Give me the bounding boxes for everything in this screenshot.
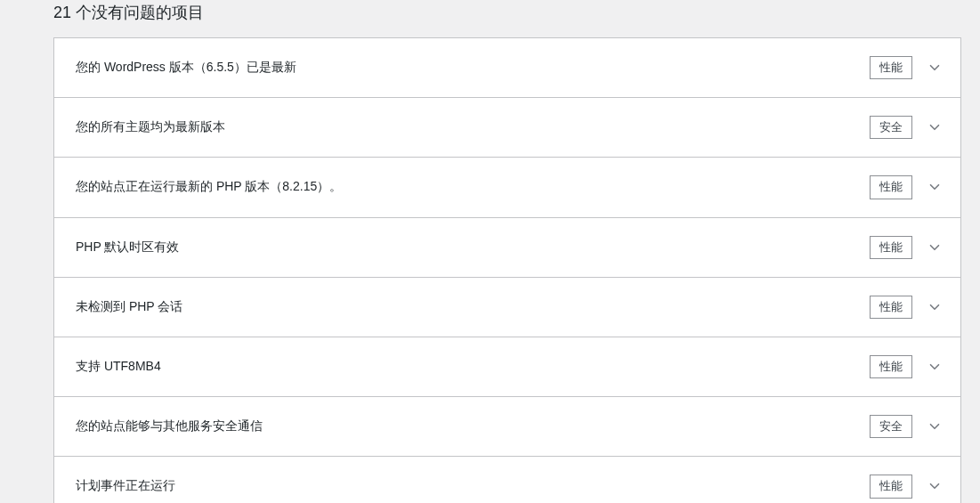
issue-badge-performance: 性能	[870, 175, 912, 199]
chevron-down-icon	[925, 238, 944, 257]
issue-meta: 性能	[870, 355, 944, 378]
chevron-down-icon	[925, 297, 944, 317]
issue-row[interactable]: 您的站点能够与其他服务安全通信安全	[54, 397, 960, 457]
issue-title: PHP 默认时区有效	[76, 239, 179, 256]
issue-meta: 性能	[870, 296, 944, 319]
chevron-down-icon	[925, 476, 944, 496]
issues-list: 您的 WordPress 版本（6.5.5）已是最新性能您的所有主题均为最新版本…	[53, 37, 961, 503]
issue-meta: 性能	[870, 175, 944, 199]
issue-title: 计划事件正在运行	[76, 478, 175, 494]
issue-meta: 性能	[870, 56, 944, 79]
chevron-down-icon	[925, 417, 944, 436]
chevron-down-icon	[925, 118, 944, 137]
issue-badge-performance: 性能	[870, 475, 912, 498]
section-title: 21 个没有问题的项目	[53, 0, 980, 23]
issue-row[interactable]: PHP 默认时区有效性能	[54, 218, 960, 278]
issue-title: 您的站点正在运行最新的 PHP 版本（8.2.15）。	[76, 179, 342, 195]
issue-badge-performance: 性能	[870, 355, 912, 378]
issue-title: 支持 UTF8MB4	[76, 359, 161, 375]
issue-badge-performance: 性能	[870, 236, 912, 259]
chevron-down-icon	[925, 357, 944, 377]
issue-meta: 安全	[870, 116, 944, 139]
issue-badge-security: 安全	[870, 415, 912, 438]
chevron-down-icon	[925, 58, 944, 77]
issue-title: 您的所有主题均为最新版本	[76, 119, 225, 135]
issue-title: 您的站点能够与其他服务安全通信	[76, 418, 263, 434]
issue-row[interactable]: 您的 WordPress 版本（6.5.5）已是最新性能	[54, 38, 960, 98]
chevron-down-icon	[925, 177, 944, 197]
issue-row[interactable]: 未检测到 PHP 会话性能	[54, 278, 960, 337]
issue-row[interactable]: 您的所有主题均为最新版本安全	[54, 98, 960, 158]
issue-meta: 性能	[870, 236, 944, 259]
issue-meta: 安全	[870, 415, 944, 438]
issue-badge-security: 安全	[870, 116, 912, 139]
site-health-passed-section: 21 个没有问题的项目 您的 WordPress 版本（6.5.5）已是最新性能…	[0, 0, 980, 503]
issue-row[interactable]: 计划事件正在运行性能	[54, 457, 960, 503]
issue-row[interactable]: 您的站点正在运行最新的 PHP 版本（8.2.15）。性能	[54, 158, 960, 217]
issue-title: 未检测到 PHP 会话	[76, 299, 182, 315]
issue-badge-performance: 性能	[870, 56, 912, 79]
issue-badge-performance: 性能	[870, 296, 912, 319]
issue-row[interactable]: 支持 UTF8MB4性能	[54, 337, 960, 397]
issue-title: 您的 WordPress 版本（6.5.5）已是最新	[76, 60, 296, 76]
issue-meta: 性能	[870, 475, 944, 498]
